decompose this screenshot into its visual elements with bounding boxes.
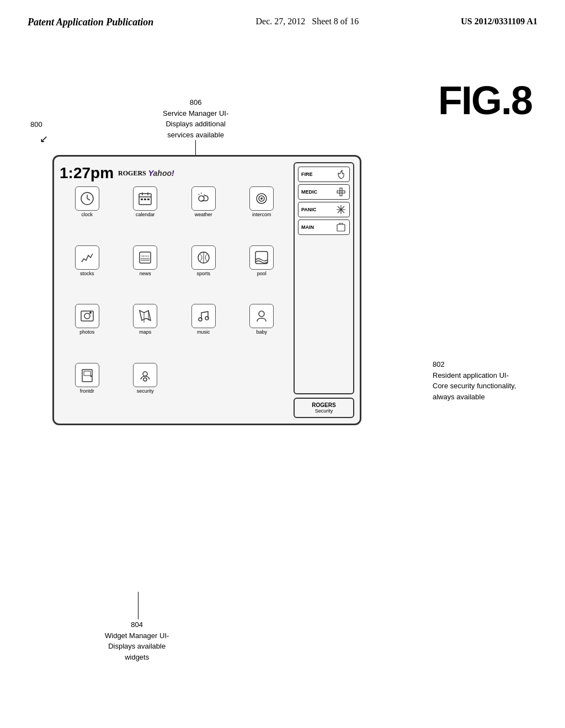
baby-icon (249, 304, 274, 328)
svg-point-34 (143, 378, 147, 381)
app-intercom[interactable]: intercom (234, 186, 290, 242)
photos-icon (75, 304, 99, 328)
security-bottom: ROGERS Security (294, 398, 354, 418)
security-panel: FIRE MEDIC PANIC MAIN (294, 162, 354, 394)
ann-804-line1: Widget Manager UI- (105, 631, 169, 640)
app-music[interactable]: music (176, 304, 231, 360)
app-maps[interactable]: maps (118, 304, 173, 360)
calendar-icon (133, 186, 157, 211)
stocks-label: stocks (80, 271, 94, 276)
medic-label: MEDIC (301, 189, 317, 195)
svg-point-13 (260, 197, 263, 200)
intercom-icon (249, 186, 274, 211)
svg-rect-9 (147, 199, 150, 200)
ann-804-text: 804 Widget Manager UI- Displays availabl… (105, 619, 169, 662)
fire-label: FIRE (301, 172, 313, 177)
security-icon (133, 363, 157, 387)
fire-button[interactable]: FIRE (298, 167, 350, 182)
carrier-yahoo: ROGERS Yahoo! (118, 169, 174, 178)
ann-802-text: 802 Resident application UI- Core securi… (433, 359, 548, 402)
stocks-icon (75, 245, 99, 270)
app-clock[interactable]: clock (60, 186, 115, 242)
news-label: news (140, 271, 151, 276)
ann-804-line (138, 592, 138, 619)
ann-804-line3: widgets (125, 653, 149, 661)
ann-804-number: 804 (131, 620, 143, 629)
top-row: 1:27pm ROGERS Yahoo! (60, 162, 289, 184)
ref-800: 800 (30, 119, 42, 130)
medic-button[interactable]: MEDIC (298, 184, 350, 200)
weather-label: weather (195, 212, 212, 217)
app-weather[interactable]: weather (176, 186, 231, 242)
pool-icon (249, 245, 274, 270)
security-label: security (137, 388, 154, 394)
sheet-text: Sheet 8 of 16 (312, 17, 359, 26)
app-stocks[interactable]: stocks (60, 245, 115, 301)
app-news[interactable]: NEWS news (118, 245, 173, 301)
ann-802-block: 802 Resident application UI- Core securi… (433, 359, 548, 402)
svg-point-29 (259, 311, 264, 317)
baby-label: baby (256, 329, 267, 335)
svg-rect-8 (144, 199, 146, 200)
app-frontdoor[interactable]: frontdr (60, 363, 115, 419)
ann-806-number: 806 (163, 97, 228, 108)
svg-rect-7 (141, 199, 143, 200)
app-pool[interactable]: pool (234, 245, 290, 301)
sports-label: sports (196, 271, 210, 276)
news-icon: NEWS (133, 245, 157, 270)
sheet-info: Dec. 27, 2012 Sheet 8 of 16 (256, 17, 359, 26)
main-label: MAIN (301, 224, 314, 230)
ann-804-block: 804 Widget Manager UI- Displays availabl… (105, 592, 169, 662)
ann-806-line1: Service Manager UI- (163, 108, 228, 119)
yahoo-logo: Yahoo! (148, 169, 174, 178)
svg-rect-41 (337, 224, 345, 231)
security-carrier: ROGERS (298, 402, 350, 408)
svg-rect-36 (337, 191, 345, 193)
svg-rect-35 (340, 188, 342, 196)
app-security[interactable]: security (118, 363, 173, 419)
publication-title: Patent Application Publication (28, 17, 153, 28)
frontdoor-label: frontdr (80, 388, 94, 394)
app-photos[interactable]: photos (60, 304, 115, 360)
patent-number: US 2012/0331109 A1 (461, 17, 537, 26)
svg-marker-24 (140, 311, 151, 320)
music-icon (191, 304, 216, 328)
sports-icon (191, 245, 216, 270)
panic-label: PANIC (301, 207, 316, 212)
panic-icon (335, 204, 347, 215)
ann-806-line3: services available (163, 130, 228, 141)
photos-label: photos (79, 329, 94, 335)
maps-label: maps (139, 329, 151, 335)
svg-point-22 (84, 313, 90, 319)
ann-802-line2: Core security functionality, (433, 382, 516, 390)
time-display: 1:27pm (60, 164, 114, 182)
app-calendar[interactable]: calendar (118, 186, 173, 242)
device-screen: 1:27pm ROGERS Yahoo! c (52, 155, 361, 425)
app-sports[interactable]: sports (176, 245, 231, 301)
main-content: FIG.8 800 ↙ 806 Service Manager UI- Disp… (0, 34, 565, 718)
medic-icon (335, 186, 347, 197)
ann-806-line2: Displays additional (163, 119, 228, 130)
security-label-text: Security (298, 408, 350, 414)
figure-label: FIG.8 (438, 78, 532, 123)
pool-label: pool (257, 271, 266, 276)
ann-802-number: 802 (433, 360, 445, 368)
svg-point-33 (143, 372, 147, 376)
clock-icon (75, 186, 99, 211)
main-button[interactable]: MAIN (298, 220, 350, 235)
panic-button[interactable]: PANIC (298, 202, 350, 217)
intercom-label: intercom (252, 212, 271, 217)
fire-icon (335, 169, 347, 180)
right-panel: FIRE MEDIC PANIC MAIN (294, 162, 354, 418)
clock-label: clock (81, 212, 93, 217)
app-baby[interactable]: baby (234, 304, 290, 360)
frontdoor-icon (75, 363, 99, 387)
ann-802-line1: Resident application UI- (433, 371, 509, 379)
svg-point-23 (89, 312, 92, 314)
page-header: Patent Application Publication Dec. 27, … (0, 0, 565, 34)
music-label: music (197, 329, 210, 335)
main-icon (335, 222, 347, 233)
weather-icon (191, 186, 216, 211)
maps-icon (133, 304, 157, 328)
svg-rect-31 (84, 371, 90, 376)
